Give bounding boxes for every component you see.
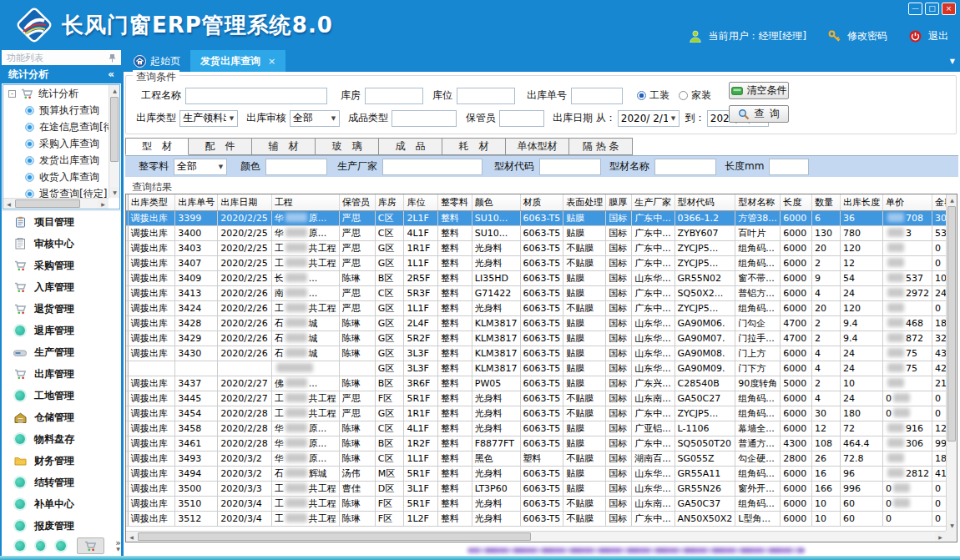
radio-gongzhuang-label[interactable]: 工装 <box>649 88 669 103</box>
warehouse-input[interactable] <box>365 88 423 104</box>
table-row[interactable]: 调拨出库34932020/3/2华原...陈琳C区1L1F整料黑色塑料不贴膜国标… <box>126 452 957 467</box>
scroll-right-icon[interactable]: ▶ <box>98 199 109 209</box>
module-dot-icon[interactable] <box>36 541 46 551</box>
table-row[interactable]: 调拨出库34542020/2/28工共工程严思G区1R1F整料光身料6063-T… <box>126 406 957 421</box>
material-subtab-2[interactable]: 辅 材 <box>252 138 316 155</box>
search-button[interactable]: 查 询 <box>729 105 789 123</box>
stats-panel-header[interactable]: 统计分析 « <box>2 65 121 83</box>
column-header[interactable]: 表面处理 <box>563 194 606 211</box>
location-input[interactable] <box>457 88 515 104</box>
scroll-down-icon[interactable]: ▼ <box>947 520 957 531</box>
tab-overflow-icon[interactable]: ▼ <box>950 58 955 65</box>
radio-jiazhuang[interactable] <box>679 91 688 100</box>
more-modules-button[interactable]: » ▼ <box>115 540 121 552</box>
sidebar-module-2[interactable]: 采购管理 <box>2 255 121 276</box>
column-header[interactable]: 材质 <box>520 194 563 211</box>
table-horizontal-scrollbar[interactable]: ◀ ▶ <box>126 531 946 542</box>
tab-shipment-query[interactable]: 发货出库查询 × <box>190 50 285 72</box>
scroll-left-icon[interactable]: ◀ <box>126 532 137 542</box>
material-subtab-4[interactable]: 成 品 <box>379 138 442 155</box>
sidebar-module-5[interactable]: 退库管理 <box>2 320 121 341</box>
table-row[interactable]: 调拨出库34372020/2/27佛...陈琳B区3R6F整料PW056063-… <box>126 376 957 391</box>
logout-link[interactable]: 退出 <box>928 29 948 43</box>
table-row[interactable]: 调拨出库34132020/2/26南...严思C区5R3F整料G71422606… <box>126 286 957 301</box>
column-header[interactable]: 型材名称 <box>735 194 781 211</box>
column-header[interactable]: 出库单号 <box>175 194 218 211</box>
close-button[interactable]: × <box>942 3 956 15</box>
material-subtab-5[interactable]: 耗 材 <box>442 138 506 155</box>
out-type-select[interactable]: 生产领料出库▼ <box>179 110 238 127</box>
tree-item-0[interactable]: 预算执行查询 <box>3 102 109 119</box>
column-header[interactable]: 出库长度 <box>840 194 882 211</box>
tree-vertical-scrollbar[interactable]: ▲ ▼ <box>109 85 119 198</box>
table-row[interactable]: 调拨出库34292020/2/26石城陈琳G区5R2F整料KLM38176063… <box>126 331 957 346</box>
column-header[interactable]: 生产厂家 <box>632 194 675 211</box>
sidebar-module-13[interactable]: 补单中心 <box>2 493 121 515</box>
pin-icon[interactable] <box>109 53 116 63</box>
collapse-chevron-icon[interactable]: « <box>108 68 114 80</box>
tree-item-5[interactable]: 退货查询[待定] <box>3 185 109 198</box>
table-row[interactable]: 调拨出库35002020/3/3工共工程曹佳D区3L1F整料LT3P606063… <box>126 482 957 497</box>
order-no-input[interactable] <box>571 88 623 104</box>
table-vertical-scrollbar[interactable]: ▲ ▼ <box>946 194 957 531</box>
table-row[interactable]: 调拨出库34242020/2/26工共工程严思G区1L1F整料光身料6063-T… <box>126 301 957 316</box>
column-header[interactable]: 整零料 <box>438 194 472 211</box>
radio-gongzhuang[interactable] <box>637 91 646 100</box>
sidebar-module-7[interactable]: 出库管理 <box>2 363 121 385</box>
sidebar-module-9[interactable]: 仓储管理 <box>2 406 121 428</box>
tab-home[interactable]: 起始页 <box>124 50 190 72</box>
cart-module-button[interactable] <box>77 537 104 554</box>
table-row[interactable]: 调拨出库34032020/2/25工共工程严思G区1R1F整料光身料6063-T… <box>126 241 957 256</box>
tree-root-item[interactable]: - 统计分析 <box>3 85 109 102</box>
module-dot-icon[interactable] <box>56 541 66 551</box>
column-header[interactable]: 长度 <box>781 194 812 211</box>
tree-item-1[interactable]: 在途信息查询[待 <box>3 119 109 135</box>
table-row[interactable]: 调拨出库34452020/2/27工共工程严思F区5R1F整料光身料6063-T… <box>126 391 957 406</box>
table-row[interactable]: 调拨出库34942020/3/2石辉城汤伟M区5R1F整料光身料6063-T5贴… <box>126 467 957 482</box>
keeper-input[interactable] <box>499 110 544 127</box>
table-row[interactable]: 调拨出库34612020/2/28华原...陈琳B区1R2F整料F8877FT6… <box>126 436 957 452</box>
project-name-input[interactable] <box>185 88 327 104</box>
length-input[interactable] <box>769 159 809 175</box>
table-row[interactable]: 调拨出库34302020/2/26石城陈琳G区3L3F整料KLM38176063… <box>126 346 957 361</box>
tree-item-3[interactable]: 发货出库查询 <box>3 152 109 169</box>
column-header[interactable]: 型材代码 <box>675 194 735 211</box>
column-header[interactable]: 工程 <box>271 194 339 211</box>
scroll-down-icon[interactable]: ▼ <box>109 187 120 198</box>
clear-conditions-button[interactable]: 清空条件 <box>729 82 789 99</box>
sidebar-module-3[interactable]: 入库管理 <box>2 276 121 298</box>
table-row[interactable]: 调拨出库34072020/2/25工共工程严思G区1L1F整料光身料6063-T… <box>126 256 957 271</box>
material-subtab-1[interactable]: 配 件 <box>189 138 252 155</box>
tab-close-icon[interactable]: × <box>268 56 275 67</box>
table-row[interactable]: 调拨出库34002020/2/25华原...严思C区4L1F整料SU10...6… <box>126 226 957 241</box>
material-subtab-6[interactable]: 单体型材 <box>506 138 569 155</box>
sidebar-module-10[interactable]: 物料盘存 <box>2 428 121 450</box>
tree-horizontal-scrollbar[interactable]: ◀ ▶ <box>3 198 109 209</box>
profile-code-input[interactable] <box>539 159 601 175</box>
date-from-select[interactable]: 2020/ 2/16▼ <box>618 110 680 127</box>
tree-item-2[interactable]: 采购入库查询 <box>3 135 109 152</box>
column-header[interactable]: 单价 <box>882 194 932 211</box>
scroll-right-icon[interactable]: ▶ <box>935 532 946 542</box>
column-header[interactable]: 膜厚 <box>606 194 632 211</box>
column-header[interactable]: 保管员 <box>339 194 375 211</box>
product-type-input[interactable] <box>392 110 457 127</box>
tree-item-4[interactable]: 收货入库查询 <box>3 169 109 185</box>
sidebar-module-8[interactable]: 工地管理 <box>2 385 121 406</box>
table-row[interactable]: 调拨出库34282020/2/26石城陈琳G区2L4F整料KLM38176063… <box>126 316 957 331</box>
table-row[interactable]: 调拨出库34092020/2/25长...陈琳B区2R5F整料LI35HD606… <box>126 271 957 286</box>
sidebar-module-0[interactable]: 项目管理 <box>2 211 121 233</box>
minimize-button[interactable]: — <box>908 3 922 15</box>
tree-collapse-icon[interactable]: - <box>8 90 16 98</box>
color-input[interactable] <box>265 159 327 175</box>
sidebar-module-1[interactable]: 审核中心 <box>2 233 121 255</box>
sidebar-module-6[interactable]: 生产管理 <box>2 341 121 363</box>
out-audit-select[interactable]: 全部▼ <box>290 110 340 127</box>
column-header[interactable]: 数量 <box>812 194 841 211</box>
column-header[interactable]: 库房 <box>375 194 404 211</box>
maker-input[interactable] <box>382 159 483 175</box>
sidebar-module-12[interactable]: 结转管理 <box>2 472 121 493</box>
table-row[interactable]: 调拨出库34582020/2/28华原...陈琳C区4L1F整料光身料6063-… <box>126 421 957 436</box>
profile-name-input[interactable] <box>654 159 716 175</box>
table-row[interactable]: G区3L3F整料KLM38176063-T5贴膜国标山东华...GA90M09.… <box>126 361 957 376</box>
